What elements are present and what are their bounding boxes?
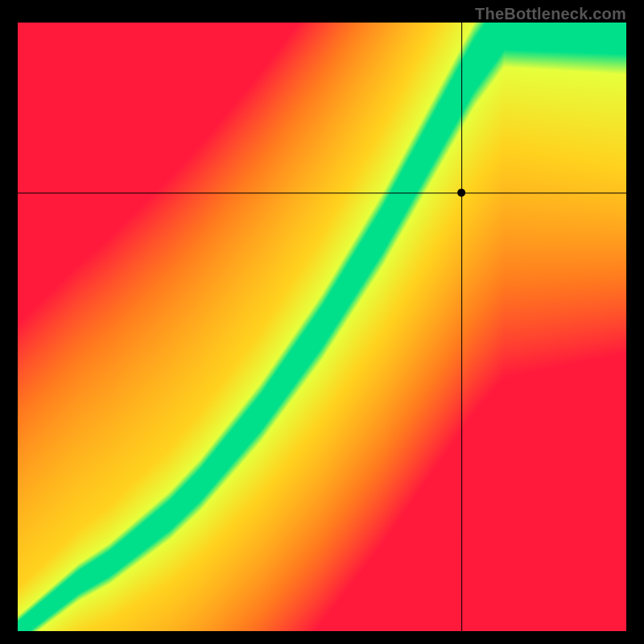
heatmap-plot — [18, 23, 626, 631]
heatmap-canvas — [18, 23, 626, 631]
watermark-text: TheBottleneck.com — [475, 5, 626, 23]
